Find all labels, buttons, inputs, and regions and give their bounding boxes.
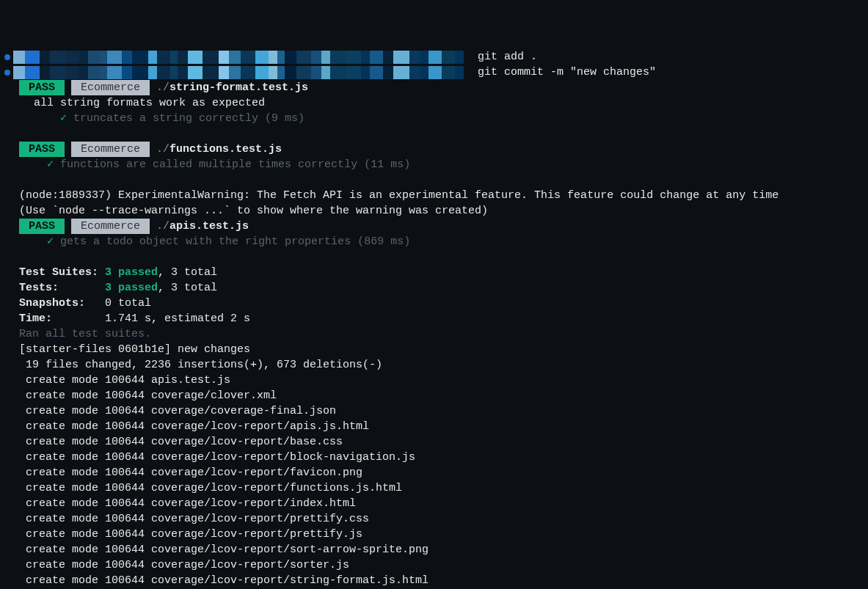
- path-file: string-format.test.js: [169, 81, 308, 94]
- test-name: functions are called multiple times corr…: [60, 158, 410, 171]
- status-badge: PASS: [19, 219, 65, 234]
- summary-row: Tests: 3 passed, 3 total: [4, 280, 864, 296]
- commit-create-line: create mode 100644 apis.test.js: [4, 373, 864, 388]
- ran-all-line: Ran all test suites.: [4, 326, 864, 342]
- circle-icon: [4, 70, 10, 76]
- commit-create-line: create mode 100644 coverage/lcov-report/…: [4, 480, 864, 496]
- commit-create-line: create mode 100644 coverage/lcov-report/…: [4, 419, 864, 434]
- test-case: ✓ gets a todo object with the right prop…: [4, 234, 864, 249]
- summary-passed: 3 passed: [105, 266, 158, 279]
- blank-line: [4, 126, 864, 142]
- path-prefix: ./: [156, 220, 169, 233]
- prompt-line: git add .: [4, 49, 864, 65]
- commit-create-line: create mode 100644 coverage/lcov-report/…: [4, 496, 864, 511]
- path-file: apis.test.js: [169, 220, 249, 233]
- commit-stats: 19 files changed, 2236 insertions(+), 67…: [4, 357, 864, 373]
- commit-create-line: create mode 100644 coverage/lcov-report/…: [4, 450, 864, 465]
- check-icon: ✓: [47, 158, 54, 171]
- summary-value: 1.741 s, estimated 2 s: [105, 312, 250, 325]
- test-case: ✓ truncates a string correctly (9 ms): [4, 111, 864, 126]
- commit-create-line: create mode 100644 coverage/lcov-report/…: [4, 511, 864, 527]
- prompt-bar: [13, 51, 464, 64]
- prompt-line: git commit -m "new changes": [4, 65, 864, 80]
- prompt-bar: [13, 66, 464, 79]
- commit-create-line: create mode 100644 coverage/lcov-report/…: [4, 557, 864, 573]
- project-tag: Ecommerce: [71, 80, 150, 95]
- commit-create-line: create mode 100644 coverage/lcov-report/…: [4, 573, 864, 588]
- test-suite-header: PASS Ecommerce ./functions.test.js: [4, 142, 864, 157]
- blank-line: [4, 172, 864, 188]
- summary-label: Tests:: [19, 282, 105, 294]
- commit-create-line: create mode 100644 coverage/lcov-report/…: [4, 527, 864, 542]
- test-name: truncates a string correctly (9 ms): [73, 112, 304, 125]
- commit-create-line: create mode 100644 coverage/clover.xml: [4, 388, 864, 403]
- commit-create-line: create mode 100644 coverage/lcov-report/…: [4, 542, 864, 557]
- summary-row: Snapshots: 0 total: [4, 296, 864, 311]
- project-tag: Ecommerce: [71, 142, 150, 157]
- warning-line: (node:1889337) ExperimentalWarning: The …: [4, 188, 864, 203]
- status-badge: PASS: [19, 80, 65, 95]
- summary-total: , 3 total: [158, 266, 217, 279]
- terminal-output[interactable]: git add . git commit -m "new changes" PA…: [4, 49, 864, 589]
- summary-passed: 3 passed: [105, 282, 158, 294]
- commit-create-line: create mode 100644 coverage/lcov-report/…: [4, 465, 864, 480]
- summary-label: Snapshots:: [19, 297, 105, 310]
- circle-icon: [4, 54, 10, 60]
- project-tag: Ecommerce: [71, 219, 150, 234]
- test-suite-header: PASS Ecommerce ./apis.test.js: [4, 219, 864, 234]
- summary-total: , 3 total: [158, 282, 217, 294]
- blank-line: [4, 249, 864, 265]
- path-file: functions.test.js: [169, 143, 282, 156]
- command-text: git commit -m "new changes": [471, 65, 656, 80]
- summary-value: 0 total: [105, 297, 151, 310]
- command-text: git add .: [471, 49, 537, 65]
- path-prefix: ./: [156, 143, 169, 156]
- status-badge: PASS: [19, 142, 65, 157]
- test-name: gets a todo object with the right proper…: [60, 235, 410, 248]
- summary-row: Time: 1.741 s, estimated 2 s: [4, 311, 864, 326]
- check-icon: ✓: [60, 112, 67, 125]
- summary-label: Test Suites:: [19, 266, 105, 279]
- commit-create-line: create mode 100644 coverage/lcov-report/…: [4, 434, 864, 450]
- summary-row: Test Suites: 3 passed, 3 total: [4, 265, 864, 280]
- summary-label: Time:: [19, 312, 105, 325]
- commit-create-line: create mode 100644 coverage/coverage-fin…: [4, 403, 864, 419]
- path-prefix: ./: [156, 81, 169, 94]
- test-case: ✓ functions are called multiple times co…: [4, 157, 864, 172]
- commit-header: [starter-files 0601b1e] new changes: [4, 342, 864, 357]
- check-icon: ✓: [47, 235, 54, 248]
- describe-block: all string formats work as expected: [4, 95, 864, 111]
- warning-line: (Use `node --trace-warnings ...` to show…: [4, 203, 864, 219]
- test-suite-header: PASS Ecommerce ./string-format.test.js: [4, 80, 864, 95]
